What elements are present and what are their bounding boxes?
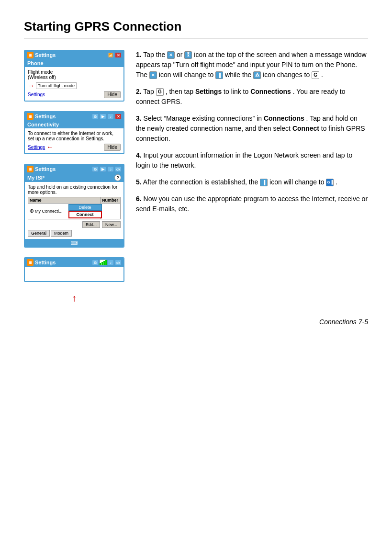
table-row: ⦿ My Connecti... Delete Connect <box>28 204 121 219</box>
search-signal-icon: ⁂ <box>253 71 261 79</box>
ok-icon-3[interactable]: ok <box>115 166 122 172</box>
ok-icon-4[interactable]: ok <box>115 260 122 265</box>
step-5-text-c: . <box>336 178 337 186</box>
connection-label: My Connecti... <box>35 209 63 214</box>
tabs-row: General Modem <box>28 230 121 237</box>
signal-icon-3: ▶ <box>100 166 106 172</box>
screenshot-settings-4: ⊞ Settings G ♪ ok <box>24 257 124 282</box>
step-1-text-c: icon will change to <box>159 71 215 79</box>
screenshot-myisp: ⊞ Settings G ▶ ♪ ok My ISP ? Tap and hol… <box>24 164 124 248</box>
new-button[interactable]: New... <box>102 221 121 228</box>
titlebar-4: ⊞ Settings G ♪ ok <box>25 258 123 267</box>
radio-icon: ⦿ <box>30 209 34 214</box>
col-number: Number <box>101 197 121 204</box>
antenna-icon-1: 📶 <box>107 52 114 58</box>
step-2-text-c: to link to <box>224 88 250 95</box>
titlebar-2-text: Settings <box>35 114 56 119</box>
arrow-left-icon: ← <box>46 143 53 151</box>
titlebar-1: ⊞ Settings 📶 ✕ <box>25 51 123 59</box>
settings-bold: Settings <box>195 88 222 95</box>
sound-icon-2: ♪ <box>107 114 114 119</box>
g-inline-icon: G <box>312 71 319 79</box>
step-3-bold2: Connect <box>292 125 319 132</box>
sound-icon-3: ♪ <box>107 166 114 172</box>
screenshot-phone: ⊞ Settings 📶 ✕ Phone Flight mode(Wireles… <box>24 50 124 102</box>
win-logo-4: ⊞ <box>27 259 34 266</box>
x-icon-2[interactable]: ✕ <box>115 114 122 119</box>
help-icon-3[interactable]: ? <box>114 174 121 181</box>
x-icon-1[interactable]: ✕ <box>115 52 122 58</box>
step-5-text-a: After the connection is established, the <box>143 178 260 186</box>
step-1-num: 1. <box>136 51 142 58</box>
tap-text-3: Tap and hold on an existing connection f… <box>28 184 121 195</box>
titlebar-3-text: Settings <box>35 166 56 172</box>
step-5-text-b: icon will change to <box>269 178 326 186</box>
red-arrow-up: ↑ <box>24 293 124 304</box>
step-4-num: 4. <box>136 151 142 159</box>
connect-button[interactable]: Connect <box>68 211 102 218</box>
body-text-1: Flight mode(Wireless off) <box>28 69 121 80</box>
titlebar-3: ⊞ Settings G ▶ ♪ ok <box>25 165 123 173</box>
flight-mode-label[interactable]: Turn off flight mode <box>36 82 77 89</box>
step-2-text-a: Tap <box>143 88 156 95</box>
step-4: 4. Input your account information in the… <box>136 150 368 171</box>
edit-button[interactable]: Edit... <box>82 221 100 228</box>
subtitle-1: Phone <box>25 59 123 67</box>
page-title: Starting GPRS Connection <box>24 19 368 34</box>
win-logo-1: ⊞ <box>27 52 34 58</box>
green-signal-bars <box>100 260 107 265</box>
win-logo-2: ⊞ <box>27 113 34 120</box>
g-icon-step2: G <box>156 88 164 96</box>
right-column: 1. Tap the ✕ or ⁑ icon at the top of the… <box>136 50 368 304</box>
step-1-text-d: while the <box>225 71 253 79</box>
step-1-text-a: Tap the <box>143 51 167 58</box>
subtitle-2: Connectivity <box>25 121 123 128</box>
step-6: 6. Now you can use the appropriate progr… <box>136 194 368 214</box>
titlebar-4-text: Settings <box>35 260 56 265</box>
sound-icon-4: ♪ <box>107 260 114 265</box>
step-1-text-e: icon changes to <box>263 71 312 79</box>
screenshot-connectivity: ⊞ Settings G ▶ ♪ ✕ Connectivity To conne… <box>24 111 124 154</box>
footer: Connections 7-5 <box>24 318 368 326</box>
settings-link-2[interactable]: Settings <box>28 145 45 150</box>
step-1-text-f: . <box>321 71 323 79</box>
step-1: 1. Tap the ✕ or ⁑ icon at the top of the… <box>136 50 368 80</box>
footer-text: Connections 7-5 <box>319 318 368 326</box>
titlebar-2: ⊞ Settings G ▶ ♪ ✕ <box>25 112 123 121</box>
taskbar-3: ⌨ <box>25 239 123 247</box>
signal-search-icon: ⁑ <box>184 51 192 59</box>
connections-bold: Connections <box>250 88 291 95</box>
step-3-num: 3. <box>136 114 142 122</box>
hide-button-1[interactable]: Hide <box>104 91 121 98</box>
delete-button[interactable]: Delete <box>68 204 102 211</box>
body-text-2: To connect to either the Internet or wor… <box>28 131 121 141</box>
step-6-num: 6. <box>136 195 142 203</box>
step-6-text: Now you can use the appropriate program … <box>136 195 368 213</box>
step-4-text: Input your account information in the Lo… <box>136 151 352 169</box>
main-layout: ⊞ Settings 📶 ✕ Phone Flight mode(Wireles… <box>24 50 368 304</box>
antenna-x-icon-2: ✕ <box>149 71 157 79</box>
tab-general[interactable]: General <box>28 230 50 237</box>
signal-icon-4 <box>100 260 106 265</box>
settings-4-body <box>25 267 123 281</box>
hide-button-2[interactable]: Hide <box>104 144 121 151</box>
antenna-x-icon: ✕ <box>167 51 175 59</box>
signal-icon-step5: ▐ <box>260 179 268 186</box>
step-2-num: 2. <box>136 88 142 95</box>
signal-bars-icon: ▐ <box>215 71 223 79</box>
instructions-list: 1. Tap the ✕ or ⁑ icon at the top of the… <box>136 50 368 214</box>
step-2-text-b: , then tap <box>166 88 195 95</box>
step-5-num: 5. <box>136 178 142 186</box>
connection-name: ⦿ My Connecti... Delete Connect <box>28 204 101 219</box>
connection-number <box>101 204 121 219</box>
step-1-or: or <box>177 51 184 58</box>
connections-table: Name Number ⦿ My Connecti... De <box>28 197 121 219</box>
step-3-bold1: Connections <box>264 114 304 122</box>
left-column: ⊞ Settings 📶 ✕ Phone Flight mode(Wireles… <box>24 50 124 304</box>
signal-icon-2: ▶ <box>100 114 106 119</box>
g-icon-2: G <box>92 114 99 119</box>
step-2: 2. Tap G , then tap Settings to link to … <box>136 87 368 107</box>
settings-link-1[interactable]: Settings <box>28 92 45 97</box>
title-divider <box>24 38 368 38</box>
tab-modem[interactable]: Modem <box>51 230 72 237</box>
